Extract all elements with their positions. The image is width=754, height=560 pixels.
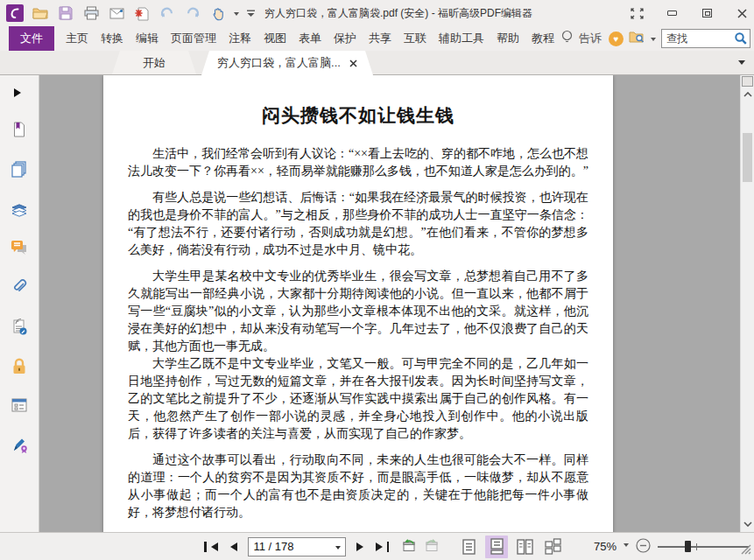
previous-page-button[interactable]	[226, 539, 237, 555]
previous-view-button[interactable]	[401, 538, 417, 555]
tab-share[interactable]: 共享	[363, 26, 398, 51]
zoom-slider[interactable]	[658, 540, 749, 554]
lightbulb-icon[interactable]	[560, 30, 574, 48]
pdf-page[interactable]: 闷头攒钱不如让钱生钱 生活中，我们经常会听到有人议论：“××看上去吃的、穿的都不…	[103, 75, 613, 532]
scroll-up-icon[interactable]	[741, 88, 754, 102]
doc-paragraph: 生活中，我们经常会听到有人议论：“××看上去吃的、穿的都不咋地，怎么也不想法儿改…	[128, 145, 588, 180]
tab-protect[interactable]: 保护	[328, 26, 363, 51]
page-number-input[interactable]	[249, 538, 345, 556]
doc-paragraph: 大学生乙既不是中文专业毕业，文笔又一般。可与甲完全不同的是，乙几年如一日地坚持创…	[128, 355, 588, 443]
menubar-right-tools: 告诉 ♥	[560, 29, 754, 48]
form-fields-icon[interactable]	[5, 391, 33, 419]
doc-title: 闷头攒钱不如让钱生钱	[128, 103, 588, 128]
page-display-modes	[457, 536, 564, 558]
restore-icon[interactable]	[700, 7, 714, 19]
start-tab-label: 开始	[143, 55, 166, 71]
bookmarks-icon[interactable]	[5, 116, 33, 144]
security-icon[interactable]	[5, 352, 33, 380]
menu-bar: 文件 主页 转换 编辑 页面管理 注释 视图 表单 保护 共享 互联 辅助工具 …	[0, 26, 754, 51]
signatures-icon[interactable]	[5, 430, 33, 458]
continuous-view-button[interactable]	[485, 536, 508, 558]
tab-connect[interactable]: 互联	[398, 26, 433, 51]
page-combo-dropdown-icon[interactable]	[335, 546, 341, 552]
hand-tool-dropdown-icon[interactable]	[234, 12, 239, 18]
zoom-slider-track	[658, 546, 749, 548]
zoom-level[interactable]: 75%	[594, 540, 617, 553]
scrollbar-thumb[interactable]	[743, 133, 752, 182]
single-page-view-button[interactable]	[457, 536, 480, 558]
open-file-icon[interactable]	[31, 4, 50, 23]
attachments-icon[interactable]	[5, 273, 33, 301]
foxit-logo-icon[interactable]	[5, 4, 25, 23]
first-page-button[interactable]	[204, 539, 218, 555]
resize-grip[interactable]	[740, 543, 751, 557]
view-history	[401, 538, 440, 555]
doc-paragraph: 大学生甲是某名校中文专业的优秀毕业生，很会写文章，总梦想着自己用不了多久就能写出…	[128, 268, 588, 355]
facing-view-button[interactable]	[513, 536, 536, 558]
tab-form[interactable]: 表单	[292, 26, 328, 51]
tab-comment[interactable]: 注释	[222, 26, 257, 51]
tab-home[interactable]: 主页	[60, 26, 95, 51]
document-canvas[interactable]: 闷头攒钱不如让钱生钱 生活中，我们经常会听到有人议论：“××看上去吃的、穿的都不…	[39, 75, 740, 532]
tab-organize[interactable]: 页面管理	[165, 26, 222, 51]
close-icon[interactable]	[735, 7, 749, 19]
new-from-clipboard-icon[interactable]	[132, 4, 152, 23]
title-bar: 穷人穷口袋，富人富脑袋.pdf (安全) - 福昕高级PDF编辑器	[0, 0, 754, 26]
customize-toolbar-icon[interactable]	[245, 4, 256, 23]
tab-accessibility[interactable]: 辅助工具	[433, 26, 490, 51]
page-number-combo[interactable]	[248, 537, 346, 556]
zoom-out-button[interactable]	[636, 538, 651, 556]
main-area: 闷头攒钱不如让钱生钱 生活中，我们经常会听到有人议论：“××看上去吃的、穿的都不…	[0, 75, 754, 532]
continuous-facing-view-button[interactable]	[541, 536, 564, 558]
page-thumbnails-icon[interactable]	[5, 155, 33, 183]
close-tab-icon[interactable]	[349, 60, 357, 67]
foxit-pdf-editor-window: 穷人穷口袋，富人富脑袋.pdf (安全) - 福昕高级PDF编辑器 文件 主页 …	[0, 0, 754, 560]
redo-icon[interactable]	[183, 4, 202, 23]
last-page-button[interactable]	[376, 539, 390, 555]
vertical-scrollbar[interactable]	[740, 75, 754, 532]
shared-review-icon[interactable]	[5, 312, 33, 340]
zoom-dropdown-icon[interactable]	[624, 543, 629, 550]
tab-view[interactable]: 视图	[257, 26, 292, 51]
status-bar: 75%	[0, 532, 754, 560]
window-controls	[630, 0, 749, 26]
save-icon[interactable]	[56, 4, 75, 23]
scroll-down-icon[interactable]	[741, 517, 754, 531]
doc-paragraph: 通过这个故事可以看出，行动取向不同，未来的人生也很可能会大不一样。同样的道理：一…	[128, 452, 588, 522]
minimize-icon[interactable]	[665, 7, 679, 19]
tab-convert[interactable]: 转换	[95, 26, 130, 51]
tab-active-document[interactable]: 穷人穷口袋，富人富脑...	[201, 51, 373, 75]
undo-icon[interactable]	[158, 4, 177, 23]
zoom-slider-handle[interactable]	[685, 541, 691, 552]
email-icon[interactable]	[107, 4, 126, 23]
active-tab-label: 穷人穷口袋，富人富脑...	[217, 55, 341, 71]
fullscreen-icon[interactable]	[630, 7, 644, 19]
tab-list-dropdown-icon[interactable]	[738, 60, 745, 68]
tab-start-page[interactable]: 开始	[112, 51, 196, 74]
doc-paragraph: 有些人总是说一些幻想话、后悔话：“如果我在经济最景气的时候投资，也许现在的我也是…	[128, 189, 588, 259]
search-icon[interactable]	[734, 32, 748, 46]
tab-tutorial[interactable]: 教程	[525, 26, 560, 51]
zoom-slider-tick	[696, 543, 698, 550]
tell-me-label[interactable]: 告诉	[579, 31, 603, 46]
zoom-controls: 75%	[594, 538, 754, 556]
print-icon[interactable]	[81, 4, 101, 23]
hand-tool-icon[interactable]	[208, 4, 228, 23]
comments-icon[interactable]	[5, 234, 33, 262]
split-view-handle[interactable]	[742, 76, 753, 87]
folder-search-icon[interactable]	[629, 30, 645, 47]
tab-edit[interactable]: 编辑	[130, 26, 165, 51]
page-navigation	[204, 537, 389, 556]
next-page-button[interactable]	[356, 539, 368, 555]
next-view-button[interactable]	[424, 538, 440, 555]
folder-search-dropdown-icon[interactable]	[651, 38, 656, 44]
window-title: 穷人穷口袋，富人富脑袋.pdf (安全) - 福昕高级PDF编辑器	[264, 0, 532, 26]
ribbon-tabs: 主页 转换 编辑 页面管理 注释 视图 表单 保护 共享 互联 辅助工具 帮助 …	[60, 26, 560, 51]
layers-icon[interactable]	[5, 194, 33, 222]
find-field-wrap	[661, 29, 750, 48]
file-menu-button[interactable]: 文件	[9, 26, 54, 51]
expand-panel-icon[interactable]	[0, 82, 39, 103]
heart-icon[interactable]: ♥	[609, 32, 624, 46]
quick-access-toolbar	[0, 4, 256, 23]
tab-help[interactable]: 帮助	[490, 26, 525, 51]
